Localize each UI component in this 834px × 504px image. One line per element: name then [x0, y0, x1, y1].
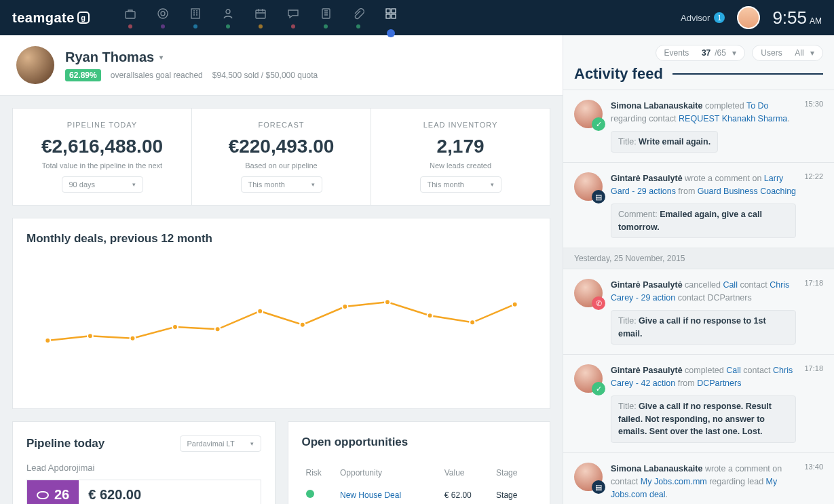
- chevron-down-icon[interactable]: ▾: [159, 54, 163, 61]
- svg-rect-7: [386, 9, 390, 13]
- svg-point-1: [158, 9, 168, 18]
- svg-point-21: [470, 319, 475, 325]
- activity-feed-sidebar: Events 37/65 ▾ Users All ▾ Activity feed…: [563, 35, 834, 504]
- svg-point-15: [215, 326, 221, 332]
- kpi-card: LEAD INVENTORY2,179New leads createdThis…: [371, 109, 550, 205]
- svg-point-12: [88, 333, 93, 338]
- lead-amount: € 620.00: [79, 480, 151, 504]
- feed-link[interactable]: To Do: [746, 101, 769, 111]
- kpi-value: €2,616,488.00: [20, 136, 185, 157]
- pipeline-filter-select[interactable]: Pardavimai LT: [180, 435, 261, 452]
- kpi-value: 2,179: [378, 136, 543, 157]
- col-stage: Stage: [493, 464, 535, 482]
- feed-avatar: ▤: [574, 172, 603, 201]
- col-opportunity: Opportunity: [337, 464, 440, 482]
- col-value: Value: [442, 464, 492, 482]
- kpi-sub: Based on our pipeline: [199, 161, 364, 170]
- calendar-icon[interactable]: [254, 7, 267, 28]
- kpi-card: PIPELINE TODAY€2,616,488.00Total value i…: [13, 109, 191, 205]
- svg-point-19: [385, 299, 390, 305]
- kpi-sub: Total value in the pipeline in the next: [20, 161, 185, 170]
- col-risk: Risk: [303, 464, 337, 482]
- open-opportunities-panel: Open opportunities Risk Opportunity Valu…: [288, 421, 551, 504]
- feed-avatar: ✓: [574, 100, 603, 128]
- logo[interactable]: teamgateg: [12, 10, 90, 26]
- feed-link[interactable]: My Jobs.com.mm: [641, 477, 707, 486]
- users-filter-pill[interactable]: Users All ▾: [752, 45, 823, 61]
- feed-quote: Title: Give a call if no response to 1st…: [611, 310, 796, 345]
- svg-rect-0: [126, 12, 135, 18]
- person-icon[interactable]: [221, 7, 235, 28]
- feed-body: Simona Labanauskaite wrote a comment on …: [611, 463, 796, 504]
- target-icon[interactable]: [156, 7, 170, 28]
- profile-header: Ryan Thomas▾ 62.89% overallsales goal re…: [0, 35, 563, 96]
- kpi-row: PIPELINE TODAY€2,616,488.00Total value i…: [12, 108, 550, 206]
- advisor-badge: 1: [714, 12, 725, 23]
- feed-avatar: ▤: [574, 463, 603, 491]
- dashboard-icon[interactable]: [384, 7, 398, 28]
- open-opps-title: Open opportunities: [302, 435, 537, 449]
- feed-avatar: ✆: [574, 279, 603, 307]
- attachment-icon[interactable]: [352, 7, 365, 28]
- feed-link[interactable]: Guard Business Coaching: [698, 187, 796, 196]
- advisor-link[interactable]: Advisor 1: [681, 12, 725, 23]
- feed-quote: Comment: Emailed again, give a call tomo…: [611, 203, 796, 239]
- feed-body: Simona Labanauskaite completed To Do reg…: [611, 100, 796, 153]
- svg-rect-10: [392, 14, 396, 18]
- events-filter-pill[interactable]: Events 37/65 ▾: [656, 45, 746, 61]
- kpi-period-select[interactable]: 90 days: [62, 176, 143, 193]
- feed-quote: Title: Write email again.: [611, 131, 718, 153]
- user-avatar[interactable]: [737, 6, 760, 29]
- feed-item[interactable]: ▤Simona Labanauskaite wrote a comment on…: [563, 452, 834, 504]
- feed-link[interactable]: Call: [723, 280, 738, 290]
- lead-count-chip: 26: [27, 480, 79, 504]
- svg-rect-9: [386, 14, 390, 18]
- feed-time: 15:30: [804, 100, 823, 153]
- lead-row[interactable]: 26 € 620.00: [26, 480, 261, 504]
- profile-name[interactable]: Ryan Thomas▾: [65, 50, 318, 65]
- kpi-period-select[interactable]: This month: [241, 176, 322, 193]
- feed-link[interactable]: DCPartners: [697, 379, 741, 388]
- feed-link[interactable]: REQUEST Khanakh Sharma: [679, 114, 787, 123]
- kpi-label: LEAD INVENTORY: [378, 121, 543, 129]
- chat-icon[interactable]: [286, 7, 300, 28]
- svg-rect-6: [322, 9, 330, 18]
- opportunity-row[interactable]: New House Deal€ 62.00Stage: [303, 483, 535, 504]
- svg-point-17: [300, 322, 305, 328]
- feed-body: Gintarė Pasaulytė cancelled Call contact…: [611, 279, 796, 345]
- feed-time: 13:40: [804, 463, 823, 504]
- feed-time: 17:18: [804, 279, 823, 345]
- svg-point-22: [512, 302, 518, 307]
- pipeline-today-panel: Pipeline today Pardavimai LT Lead Apdoro…: [12, 421, 276, 504]
- kpi-label: FORECAST: [199, 121, 364, 129]
- feed-time: 17:18: [804, 364, 823, 443]
- top-navbar: teamgateg Advisor 1 9:55AM: [0, 0, 834, 35]
- svg-point-14: [172, 324, 178, 330]
- kpi-value: €220,493.00: [199, 136, 364, 157]
- opportunity-link[interactable]: New House Deal: [340, 490, 401, 500]
- kpi-sub: New leads created: [378, 161, 543, 170]
- feed-item[interactable]: ▤Gintarė Pasaulytė wrote a comment on La…: [563, 162, 834, 248]
- svg-point-2: [161, 12, 165, 16]
- feed-status-icon: ✓: [592, 117, 605, 131]
- feed-body: Gintarė Pasaulytė completed Call contact…: [611, 364, 796, 443]
- feed-link[interactable]: Call: [726, 366, 741, 375]
- nav-icons: [124, 7, 398, 28]
- kpi-period-select[interactable]: This month: [420, 176, 501, 193]
- briefcase-icon[interactable]: [124, 7, 137, 28]
- pipeline-today-title: Pipeline today: [26, 437, 105, 450]
- goal-text: overallsales goal reached: [111, 71, 203, 80]
- svg-rect-5: [256, 10, 265, 18]
- quota-text: $94,500 sold / $50,000 quota: [212, 71, 318, 80]
- feed-item[interactable]: ✓Gintarė Pasaulytė completed Call contac…: [563, 354, 834, 452]
- building-icon[interactable]: [189, 7, 202, 28]
- feed-item[interactable]: ✓Simona Labanauskaite completed To Do re…: [563, 90, 834, 162]
- kpi-label: PIPELINE TODAY: [20, 121, 185, 129]
- notebook-icon[interactable]: [319, 7, 333, 28]
- kpi-card: FORECAST€220,493.00Based on our pipeline…: [191, 109, 371, 205]
- feed-avatar: ✓: [574, 364, 603, 393]
- opportunities-table: Risk Opportunity Value Stage New House D…: [302, 463, 537, 504]
- feed-time: 12:22: [804, 172, 823, 238]
- profile-avatar[interactable]: [16, 46, 54, 84]
- feed-item[interactable]: ✆Gintarė Pasaulytė cancelled Call contac…: [563, 269, 834, 354]
